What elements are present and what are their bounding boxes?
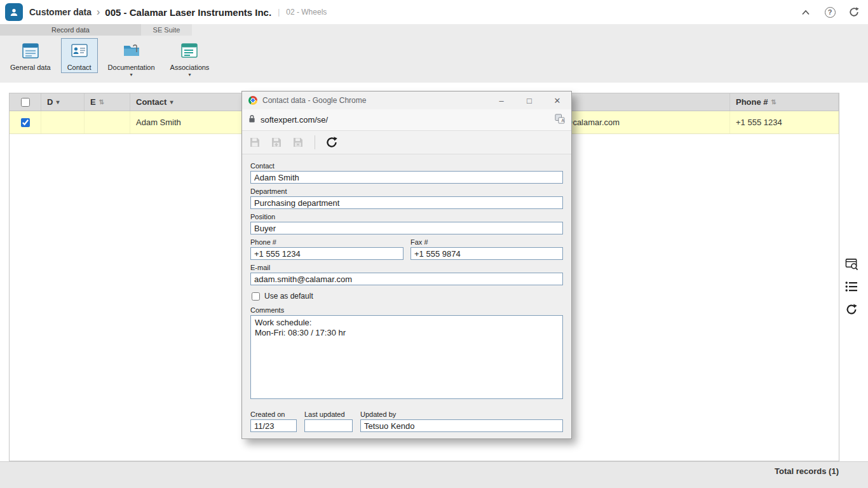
updated-by-field[interactable]	[360, 419, 563, 432]
column-header-e[interactable]: E ⇅	[85, 93, 130, 111]
contact-button[interactable]: Contact	[61, 38, 98, 73]
collapse-chevron-icon[interactable]	[799, 6, 812, 18]
breadcrumb-root[interactable]: Customer data	[29, 7, 92, 17]
sort-unsorted-icon[interactable]: ⇅	[99, 98, 104, 105]
email-field[interactable]	[250, 273, 563, 285]
general-data-icon	[10, 41, 51, 62]
created-on-label: Created on	[250, 410, 297, 418]
save-and-close-icon[interactable]	[290, 135, 306, 150]
app-header: Customer data › 005 - Calamar Laser Inst…	[0, 0, 868, 24]
translate-icon[interactable]: A	[555, 114, 565, 126]
contact-field-label: Contact	[250, 162, 563, 170]
associations-label: Associations	[170, 64, 210, 71]
fax-field-label: Fax #	[410, 238, 563, 246]
maximize-button[interactable]: □	[515, 92, 543, 109]
minimize-button[interactable]: –	[487, 92, 515, 109]
popup-window-title: Contact data - Google Chrome	[262, 96, 487, 105]
help-icon[interactable]: ?	[824, 6, 836, 18]
row-cell-e	[85, 111, 130, 133]
close-button[interactable]: ✕	[543, 92, 571, 109]
documentation-dropdown-caret-icon: ▾	[108, 72, 155, 78]
save-icon[interactable]	[247, 135, 262, 150]
phone-field-label: Phone #	[250, 238, 403, 246]
general-data-button[interactable]: General data	[5, 38, 56, 73]
app-logo-icon	[5, 3, 23, 21]
email-field-label: E-mail	[250, 264, 563, 271]
contact-field[interactable]	[250, 171, 563, 184]
contact-form: Contact Department Position Phone # Fax …	[242, 154, 571, 438]
column-header-phone[interactable]: Phone # ⇅	[730, 93, 839, 111]
general-data-label: General data	[10, 64, 51, 71]
use-as-default-label: Use as default	[264, 292, 313, 301]
comments-field-label: Comments	[250, 306, 563, 314]
select-all-cell	[10, 93, 41, 111]
position-field[interactable]	[250, 222, 563, 234]
sort-desc-icon[interactable]: ▾	[170, 98, 173, 105]
department-field[interactable]	[250, 196, 563, 209]
popup-toolbar	[242, 131, 571, 154]
row-cell-d	[41, 111, 85, 133]
list-view-icon[interactable]	[844, 280, 858, 294]
reload-form-icon[interactable]	[324, 135, 339, 150]
select-all-checkbox[interactable]	[21, 98, 30, 107]
use-as-default-checkbox[interactable]	[252, 292, 260, 301]
last-updated-label: Last updated	[304, 410, 353, 418]
associations-button[interactable]: Associations ▾	[165, 38, 215, 79]
lock-icon	[248, 114, 255, 126]
updated-by-label: Updated by	[360, 410, 563, 418]
associations-dropdown-caret-icon: ▾	[170, 72, 210, 78]
breadcrumb-chevron-icon: ›	[97, 6, 100, 18]
created-on-field[interactable]	[250, 419, 297, 432]
comments-field[interactable]: Work schedule: Mon-Fri: 08:30 / 17:30 hr	[250, 315, 563, 399]
ribbon-tab-se-suite[interactable]: SE Suite	[141, 24, 192, 36]
department-field-label: Department	[250, 187, 563, 195]
last-updated-field[interactable]	[304, 419, 353, 432]
sort-unsorted-icon[interactable]: ⇅	[771, 98, 776, 105]
fax-field[interactable]	[410, 247, 563, 260]
ribbon: Record data SE Suite General data Contac…	[0, 24, 868, 83]
page-title: 005 - Calamar Laser Instruments Inc.	[105, 7, 271, 18]
documentation-label: Documentation	[108, 64, 155, 71]
toolbar-separator	[315, 135, 315, 149]
documentation-button[interactable]: Documentation ▾	[103, 38, 160, 79]
row-select-cell	[10, 111, 41, 133]
row-cell-phone: +1 555 1234	[730, 111, 839, 133]
contact-icon	[66, 41, 93, 62]
contact-popup-window: Contact data - Google Chrome – □ ✕ softe…	[241, 91, 572, 439]
total-records-label: Total records (1)	[775, 466, 839, 476]
save-and-new-icon[interactable]	[269, 135, 284, 150]
sort-desc-icon[interactable]: ▾	[56, 98, 59, 105]
chrome-icon	[248, 96, 257, 105]
title-divider: |	[278, 8, 280, 17]
associations-icon	[170, 41, 210, 62]
column-header-d[interactable]: D ▾	[41, 93, 85, 111]
record-subtitle: 02 - Wheels	[286, 8, 327, 17]
popup-urlbar: softexpert.com/se/ A	[242, 109, 571, 131]
url-text[interactable]: softexpert.com/se/	[261, 115, 550, 125]
refresh-icon[interactable]	[848, 6, 860, 18]
documentation-folder-icon	[108, 41, 155, 62]
row-checkbox[interactable]	[21, 118, 30, 127]
ribbon-tab-record-data[interactable]: Record data	[0, 24, 141, 36]
popup-titlebar[interactable]: Contact data - Google Chrome – □ ✕	[242, 92, 571, 109]
contact-label: Contact	[67, 64, 92, 71]
svg-text:A: A	[562, 118, 565, 123]
refresh-list-icon[interactable]	[844, 302, 858, 316]
position-field-label: Position	[250, 213, 563, 220]
side-toolbar	[844, 257, 858, 316]
footer-bar: Total records (1)	[0, 461, 868, 488]
phone-field[interactable]	[250, 247, 403, 260]
view-record-icon[interactable]	[844, 257, 858, 271]
